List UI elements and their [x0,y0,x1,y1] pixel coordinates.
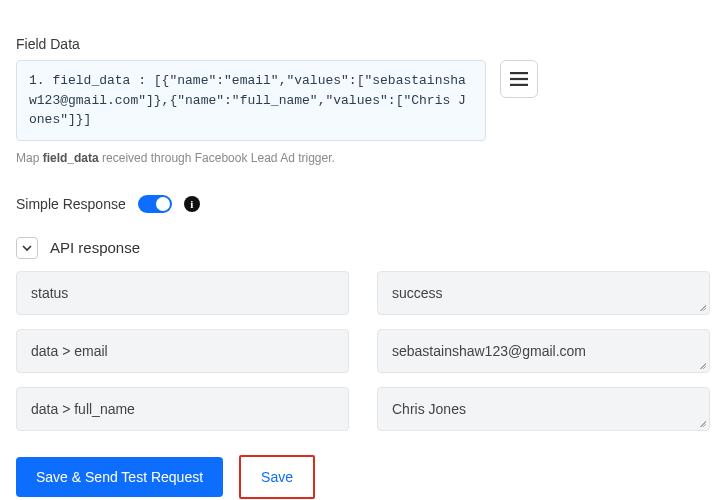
save-send-test-button[interactable]: Save & Send Test Request [16,457,223,497]
api-response-label: API response [50,239,140,256]
info-icon[interactable]: i [184,196,200,212]
save-button-highlight: Save [239,455,315,499]
chevron-down-icon [22,243,32,253]
api-key-cell[interactable]: status [16,271,349,315]
api-response-expand-button[interactable] [16,237,38,259]
save-button[interactable]: Save [243,459,311,495]
field-data-content[interactable]: 1. field_data : [{"name":"email","values… [16,60,486,141]
api-key-cell[interactable]: data > full_name [16,387,349,431]
api-value-cell[interactable]: sebastainshaw123@gmail.com [377,329,710,373]
hamburger-icon [510,72,528,86]
simple-response-toggle[interactable] [138,195,172,213]
api-key-cell[interactable]: data > email [16,329,349,373]
svg-rect-1 [510,78,528,80]
svg-rect-2 [510,84,528,86]
field-data-menu-button[interactable] [500,60,538,98]
api-value-cell[interactable]: Chris Jones [377,387,710,431]
simple-response-label: Simple Response [16,196,126,212]
field-data-helper: Map field_data received through Facebook… [16,151,710,165]
svg-rect-0 [510,72,528,74]
api-value-cell[interactable]: success [377,271,710,315]
field-data-label: Field Data [16,36,710,52]
